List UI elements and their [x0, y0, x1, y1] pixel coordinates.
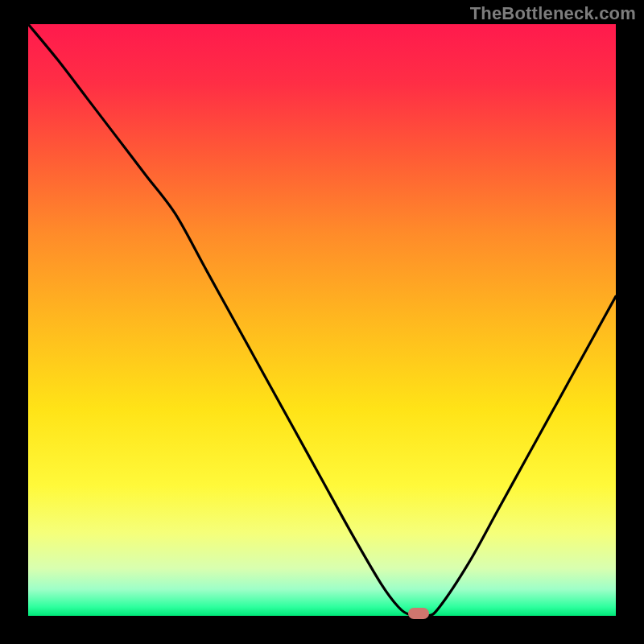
bottleneck-chart [0, 0, 644, 644]
chart-frame: TheBottleneck.com [0, 0, 644, 644]
gradient-background [28, 24, 616, 616]
minimum-marker [408, 608, 429, 619]
